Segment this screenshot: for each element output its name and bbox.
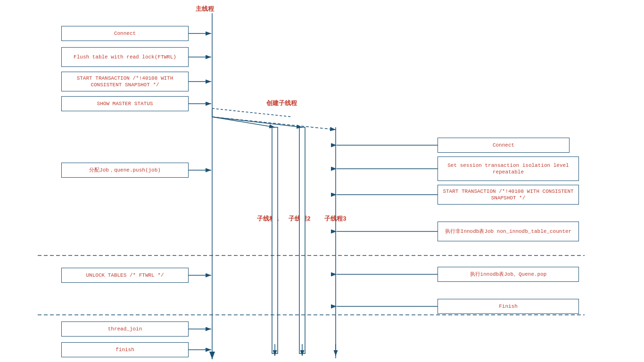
svg-line-14 xyxy=(212,108,292,117)
box-r-connect: Connect xyxy=(438,138,570,153)
box-r-innodb: 执行innodb表Job。Quene.pop xyxy=(438,267,579,282)
svg-rect-4 xyxy=(299,127,305,354)
box-start-tx: START TRANSACTION /*!40108 WITH CONSISTE… xyxy=(61,72,189,91)
box-r-finish: Finish xyxy=(438,299,579,314)
box-unlock: UNLOCK TABLES /* FTWRL */ xyxy=(61,268,189,283)
sequence-diagram: 主线程 创建子线程 子线程1 子线程2 子线程3 Connect Flush t… xyxy=(0,0,644,362)
box-assign-job: 分配Job，quene.push(job) xyxy=(61,163,189,178)
box-flush: Flush table with read lock(FTWRL) xyxy=(61,47,189,67)
lifeline-main: 主线程 xyxy=(196,5,214,13)
svg-line-11 xyxy=(212,117,275,127)
box-thread-join: thread_join xyxy=(61,321,189,337)
lifeline-child1: 子线程1 xyxy=(257,214,279,223)
box-r-non-innodb: 执行非Innodb表Job non_innodb_table_counter xyxy=(438,222,579,241)
svg-line-13 xyxy=(212,117,336,130)
box-show-master: SHOW MASTER STATUS xyxy=(61,96,189,111)
lifeline-create: 创建子线程 xyxy=(266,99,297,107)
svg-rect-3 xyxy=(272,127,278,354)
box-finish: finish xyxy=(61,342,189,357)
lifeline-child3: 子线程3 xyxy=(324,214,347,223)
lifeline-child2: 子线程2 xyxy=(289,214,311,223)
box-r-set-session: Set session transaction isolation level … xyxy=(438,156,579,181)
box-r-start-tx: START TRANSACTION /*!40108 WITH CONSISTE… xyxy=(438,185,579,205)
svg-line-12 xyxy=(212,117,302,127)
box-connect: Connect xyxy=(61,26,189,41)
